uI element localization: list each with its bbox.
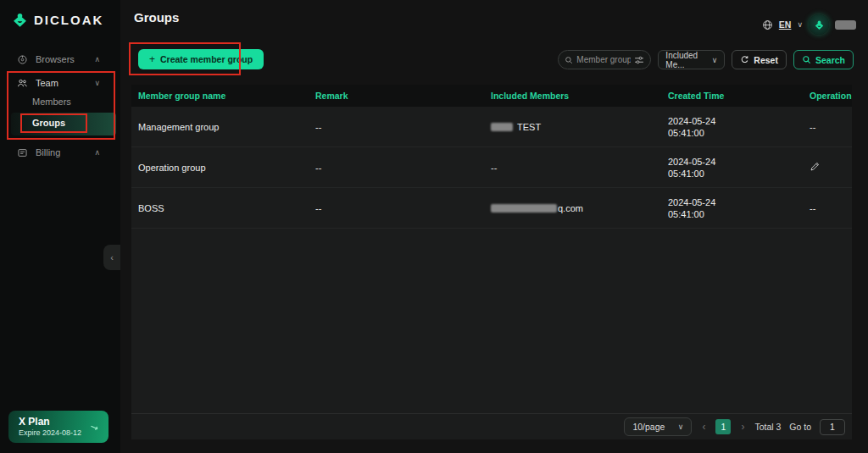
page-size-select[interactable]: 10/page ∨ (624, 417, 692, 436)
table-header: Member group name Remark Included Member… (131, 85, 852, 107)
sidebar-item-browsers[interactable]: Browsers ∧ (0, 51, 120, 68)
prev-page-button[interactable]: ‹ (700, 421, 707, 433)
col-included-members: Included Members (484, 91, 661, 101)
sidebar-collapse-handle[interactable]: ‹ (103, 245, 120, 270)
included-member-text: q.com (558, 203, 583, 213)
sidebar-label-members: Members (32, 97, 71, 107)
table-empty-area (131, 229, 852, 413)
create-member-group-button[interactable]: + Create member group (138, 49, 264, 69)
sidebar-label-team: Team (36, 78, 58, 88)
redacted-member (491, 123, 513, 131)
language-selector[interactable]: EN (779, 19, 792, 30)
sidebar-item-team[interactable]: Team ∨ (0, 75, 120, 91)
page-title: Groups (134, 10, 179, 25)
table-row[interactable]: Operation group -- -- 2024-05-24 05:41:0… (131, 147, 852, 188)
chevron-down-icon: ∨ (712, 56, 718, 64)
dicloak-mask-icon (11, 11, 29, 29)
cell-operation (803, 161, 852, 174)
goto-page-input[interactable] (820, 419, 845, 435)
plan-expire: Expire 2024-08-12 (19, 428, 81, 438)
team-icon (17, 78, 28, 89)
sidebar-item-members[interactable]: Members (0, 93, 120, 110)
cell-remark: -- (309, 122, 484, 132)
plan-card[interactable]: X Plan Expire 2024-08-12 (8, 411, 108, 443)
main-area: Groups EN ∨ + Create member group Includ… (120, 0, 868, 453)
upgrade-arrow-icon (89, 422, 100, 433)
redacted-username (835, 20, 856, 30)
sidebar-item-billing[interactable]: Billing ∧ (0, 144, 120, 161)
group-name-search-input[interactable] (576, 55, 631, 64)
sidebar-label-groups[interactable]: Groups (32, 118, 65, 128)
avatar[interactable] (809, 14, 829, 35)
total-count: Total 3 (754, 422, 781, 432)
col-operation: Operation (803, 91, 852, 101)
brand-logo[interactable]: DICLOAK (11, 11, 103, 29)
cell-operation: -- (803, 203, 852, 213)
chevron-down-icon: ∨ (94, 79, 100, 87)
cell-group-name: BOSS (131, 203, 309, 213)
chevron-down-icon[interactable]: ∨ (797, 20, 803, 29)
table-row[interactable]: Management group -- TEST 2024-05-24 05:4… (131, 107, 852, 147)
included-member-text: TEST (517, 122, 541, 132)
cell-included-members: TEST (484, 122, 661, 132)
groups-table: Member group name Remark Included Member… (131, 85, 852, 439)
col-remark: Remark (309, 91, 484, 101)
cell-created-time: 2024-05-24 05:41:00 (661, 115, 803, 139)
cell-remark: -- (309, 163, 484, 173)
topbar-right: EN ∨ (762, 14, 856, 35)
create-button-label: Create member group (160, 54, 253, 64)
chevron-down-icon: ∨ (678, 423, 684, 431)
billing-icon (17, 147, 28, 158)
reset-button-label: Reset (754, 55, 778, 65)
cell-operation: -- (803, 122, 852, 132)
col-created-time: Created Time (661, 91, 803, 101)
page-size-value: 10/page (632, 422, 665, 432)
cell-created-time: 2024-05-24 05:41:00 (661, 196, 803, 220)
cell-group-name: Operation group (131, 163, 309, 173)
chevron-left-icon: ‹ (110, 252, 114, 262)
redacted-member (491, 204, 557, 213)
filter-sliders-icon[interactable] (634, 55, 644, 65)
dropdown-value: Included Me... (665, 51, 711, 69)
cell-included-members: -- (484, 163, 661, 173)
cell-group-name: Management group (131, 122, 309, 132)
pagination-bar: 10/page ∨ ‹ 1 › Total 3 Go to (131, 413, 852, 439)
sidebar-label-billing: Billing (36, 147, 60, 157)
filter-bar: Included Me... ∨ Reset Search (558, 50, 854, 69)
goto-label: Go to (789, 422, 811, 432)
browsers-icon (17, 54, 28, 65)
current-page-button[interactable]: 1 (715, 419, 731, 434)
sidebar: DICLOAK Browsers ∧ Team ∨ Members Groups… (0, 0, 120, 453)
search-button-label: Search (815, 55, 845, 65)
brand-name: DICLOAK (34, 13, 103, 27)
reset-button[interactable]: Reset (732, 50, 787, 69)
edit-pencil-icon[interactable] (810, 161, 821, 172)
sidebar-label-browsers: Browsers (36, 54, 75, 64)
plan-name: X Plan (19, 416, 81, 428)
globe-icon[interactable] (762, 19, 773, 30)
chevron-up-icon: ∧ (94, 55, 100, 64)
search-icon (565, 56, 573, 64)
plus-icon: + (149, 53, 155, 65)
reset-icon (740, 55, 749, 64)
cell-created-time: 2024-05-24 05:41:00 (661, 156, 803, 180)
chevron-up-icon: ∧ (94, 148, 100, 157)
col-member-group-name: Member group name (131, 91, 309, 101)
table-row[interactable]: BOSS -- q.com 2024-05-24 05:41:00 -- (131, 188, 852, 229)
group-name-search-box[interactable] (558, 50, 651, 69)
cell-remark: -- (309, 203, 484, 213)
included-members-dropdown[interactable]: Included Me... ∨ (658, 50, 725, 69)
cell-included-members: q.com (484, 203, 661, 213)
next-page-button[interactable]: › (739, 421, 746, 433)
search-icon (802, 55, 811, 64)
search-button[interactable]: Search (793, 50, 854, 69)
